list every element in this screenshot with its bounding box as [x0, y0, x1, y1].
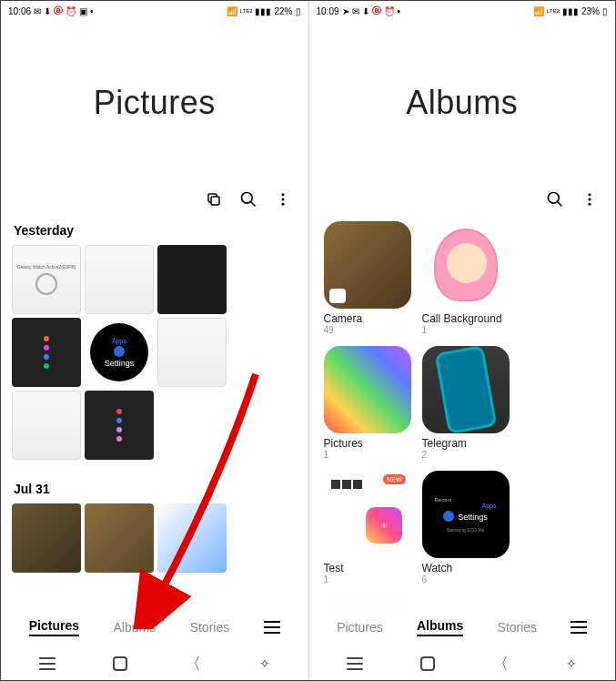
header: Pictures: [1, 21, 308, 185]
select-icon[interactable]: [205, 190, 223, 208]
toolbar: [309, 185, 616, 218]
status-bar: 10:09 ➤ ✉ ⬇ ⓐ ⏰ • 📶 LTE2 ▮▮▮ 23% ▯: [309, 1, 616, 21]
nav-recent[interactable]: [39, 657, 56, 670]
search-icon[interactable]: [546, 190, 564, 208]
section-jul31: Jul 31: [8, 476, 301, 503]
alarm-icon: ⏰: [384, 6, 395, 16]
album-call-background[interactable]: Call Background 1: [422, 221, 510, 335]
nav-accessibility[interactable]: ✧: [566, 656, 577, 671]
thumbnail[interactable]: [157, 503, 227, 573]
album-grid: Camera 49 Call Background 1 Pictures 1 T…: [317, 218, 609, 609]
menu-icon[interactable]: [571, 621, 587, 634]
section-yesterday: Yesterday: [8, 218, 301, 245]
status-time: 10:06: [8, 6, 31, 16]
alarm-icon: ⏰: [66, 6, 76, 16]
airtel-icon: ⓐ: [54, 5, 63, 17]
menu-icon[interactable]: [264, 621, 280, 634]
tab-pictures[interactable]: Pictures: [29, 618, 79, 636]
airtel-icon: ⓐ: [372, 5, 381, 17]
album-thumb: [422, 221, 510, 309]
thumbnail[interactable]: [157, 318, 227, 387]
svg-point-11: [589, 193, 591, 196]
album-extra[interactable]: [324, 595, 411, 609]
signal-icon: ▮▮▮: [562, 6, 579, 16]
svg-line-3: [250, 202, 255, 207]
navigation-bar: 〈 ✧: [1, 644, 308, 680]
signal-icon: ▮▮▮: [255, 6, 271, 16]
wifi-icon: 📶: [227, 6, 237, 16]
status-left: 10:06 ✉ ⬇ ⓐ ⏰ ▣ •: [8, 5, 94, 17]
tab-albums[interactable]: Albums: [417, 618, 463, 636]
dot-icon: •: [398, 6, 401, 16]
album-watch[interactable]: Recent Apps Settings Samsung ECG Mo Watc…: [422, 471, 510, 584]
messages-icon: ✉: [352, 6, 359, 16]
tab-stories[interactable]: Stories: [498, 620, 538, 635]
albums-content: Camera 49 Call Background 1 Pictures 1 T…: [309, 218, 616, 609]
more-icon[interactable]: [274, 190, 292, 208]
status-bar: 10:06 ✉ ⬇ ⓐ ⏰ ▣ • 📶 LTE2 ▮▮▮ 22% ▯: [1, 1, 308, 21]
svg-point-5: [281, 198, 284, 201]
nav-home[interactable]: [113, 656, 127, 671]
messages-icon: ✉: [34, 6, 41, 16]
thumbnail[interactable]: [85, 391, 154, 460]
svg-point-12: [589, 198, 591, 201]
status-time: 10:09: [317, 6, 339, 16]
album-pictures[interactable]: Pictures 1: [324, 346, 411, 460]
album-thumb: NEW ◎: [324, 471, 411, 558]
nav-accessibility[interactable]: ✧: [259, 656, 270, 671]
dot-icon: •: [90, 6, 94, 16]
battery-icon: ▯: [296, 6, 301, 16]
lte-label: LTE2: [547, 8, 560, 14]
status-right: 📶 LTE2 ▮▮▮ 23% ▯: [533, 6, 608, 16]
new-badge: NEW: [383, 474, 405, 484]
pictures-content: Yesterday Galaxy Watch Active2(E2FB): [1, 218, 308, 609]
album-telegram[interactable]: Telegram 2: [422, 346, 510, 460]
thumbnail[interactable]: [12, 503, 81, 573]
svg-line-10: [558, 202, 562, 207]
album-test[interactable]: NEW ◎ Test 1: [324, 471, 411, 584]
thumbnail[interactable]: Apps Settings: [85, 318, 154, 387]
album-thumb: Recent Apps Settings Samsung ECG Mo: [422, 471, 510, 558]
thumbnail[interactable]: [85, 503, 154, 573]
svg-rect-1: [211, 197, 219, 205]
svg-point-13: [589, 203, 591, 206]
battery-icon: ▯: [602, 6, 608, 16]
telegram-icon: ➤: [342, 6, 349, 16]
album-thumb: [324, 595, 411, 609]
thumbnail[interactable]: Galaxy Watch Active2(E2FB): [12, 245, 81, 314]
nav-home[interactable]: [420, 656, 435, 671]
search-icon[interactable]: [239, 190, 258, 208]
bottom-tabs: Pictures Albums Stories: [309, 609, 616, 644]
thumbnail[interactable]: [85, 245, 154, 314]
album-camera[interactable]: Camera 49: [324, 221, 411, 335]
bottom-tabs: Pictures Albums Stories: [1, 609, 308, 644]
jul31-grid: [8, 503, 301, 573]
nav-back[interactable]: 〈: [492, 653, 509, 675]
download-icon: ⬇: [362, 6, 369, 16]
tab-stories[interactable]: Stories: [190, 620, 230, 635]
tab-albums[interactable]: Albums: [113, 620, 156, 635]
page-title: Pictures: [94, 84, 216, 122]
thumbnail[interactable]: [12, 391, 81, 460]
thumbnail[interactable]: [12, 318, 81, 387]
toolbar: [1, 185, 308, 218]
nav-back[interactable]: 〈: [185, 653, 201, 675]
nav-recent[interactable]: [347, 657, 363, 670]
thumbnail[interactable]: [157, 245, 227, 314]
svg-point-6: [281, 203, 284, 206]
instagram-icon: ◎: [366, 507, 402, 544]
yesterday-grid: Galaxy Watch Active2(E2FB) Apps: [8, 245, 301, 460]
battery-label: 23%: [581, 6, 600, 16]
tab-pictures[interactable]: Pictures: [337, 620, 383, 635]
page-title: Albums: [406, 84, 518, 122]
wifi-icon: 📶: [533, 6, 544, 16]
more-icon[interactable]: [581, 190, 599, 208]
status-left: 10:09 ➤ ✉ ⬇ ⓐ ⏰ •: [317, 5, 401, 17]
svg-point-9: [549, 193, 560, 204]
app-icon: ▣: [79, 6, 87, 16]
screen-albums: 10:09 ➤ ✉ ⬇ ⓐ ⏰ • 📶 LTE2 ▮▮▮ 23% ▯ Album…: [308, 1, 616, 680]
download-icon: ⬇: [44, 6, 51, 16]
header: Albums: [309, 21, 616, 185]
svg-point-2: [241, 193, 252, 204]
battery-label: 22%: [274, 6, 292, 16]
